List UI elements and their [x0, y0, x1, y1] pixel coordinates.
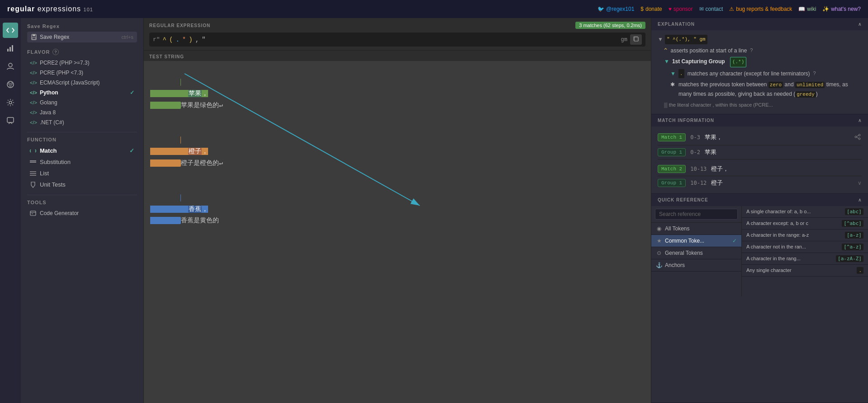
match-2-value: 橙子，	[711, 165, 729, 173]
regex-suffix-comma: ,	[195, 36, 199, 43]
icon-bar	[0, 18, 21, 403]
function-match-label: Match	[40, 147, 57, 154]
qr-cat-all[interactable]: ◉ All Tokens	[651, 223, 741, 235]
regex-caret-char: ^	[163, 36, 166, 43]
qr-entry-2-token: [a-z]	[845, 232, 863, 239]
qr-cat-anchors[interactable]: ⚓ Anchors	[651, 259, 741, 272]
group-1-2-value: 橙子	[711, 179, 723, 187]
save-share-label: Save Regex	[27, 23, 60, 29]
svg-line-27	[857, 136, 859, 136]
function-substitution[interactable]: Substitution	[27, 156, 137, 168]
flavor-info-icon[interactable]: ?	[52, 49, 59, 55]
flavor-python[interactable]: </> Python ✓	[27, 88, 137, 98]
regex-paren-close: )	[189, 36, 192, 43]
code-bracket-icon-7: </>	[30, 120, 37, 125]
function-label: FUNCTION	[27, 137, 57, 142]
match-1-value: 苹果，	[705, 133, 722, 141]
flavor-java[interactable]: </> Java 8	[27, 108, 137, 117]
flavor-pcre2[interactable]: </> PCRE2 (PHP >=7.3)	[27, 58, 137, 68]
substitution-icon	[30, 159, 36, 165]
qr-entry-0-desc: A single character of: a, b o...	[746, 209, 811, 214]
donate-link[interactable]: $ donate	[640, 6, 662, 12]
test-line-3: 香蕉， 香蕉是黄色的	[150, 181, 645, 238]
flavor-python-label: Python	[40, 89, 58, 96]
qr-cat-common-check: ✓	[732, 238, 737, 244]
qr-cat-general-label: General Tokens	[665, 250, 703, 256]
settings-icon-btn[interactable]	[3, 95, 18, 110]
contact-link[interactable]: ✉ contact	[699, 6, 723, 12]
flavor-golang-label: Golang	[40, 99, 57, 106]
user-icon-btn[interactable]	[3, 59, 18, 74]
qr-entry-5[interactable]: Any single character .	[742, 265, 868, 276]
community-icon-btn[interactable]	[3, 77, 18, 92]
wiki-link[interactable]: 📖 wiki	[798, 6, 816, 12]
common-tokens-icon: ★	[656, 238, 662, 244]
exp-group-token: (.*)	[730, 57, 746, 67]
community-icon	[6, 80, 14, 89]
match-info-header[interactable]: MATCH INFORMATION ∧	[651, 114, 868, 127]
code-icon-btn[interactable]	[3, 23, 18, 38]
qr-entry-2[interactable]: A character in the range: a-z [a-z]	[742, 230, 868, 241]
exp-comma-desc: ▒ the literal character , within this sp…	[664, 101, 773, 109]
qr-cat-general[interactable]: ⊙ General Tokens	[651, 247, 741, 259]
exp-line-star: ✱ matches the previous token between zer…	[658, 79, 862, 99]
code-icon	[6, 26, 14, 34]
exp-line-group: ▼ 1st Capturing Group (.*)	[658, 56, 862, 68]
regex-input-row[interactable]: r" ^ ( . * ) , " gm	[149, 33, 645, 47]
exp-expand-icon: ▼	[658, 35, 663, 44]
user-icon	[6, 62, 14, 70]
settings-icon	[6, 98, 14, 107]
qr-entry-3[interactable]: A character not in the ran... [^a-z]	[742, 241, 868, 253]
flavor-pcre[interactable]: </> PCRE (PHP <7.3)	[27, 68, 137, 78]
stats-icon-btn[interactable]	[3, 41, 18, 56]
flavor-dotnet[interactable]: </> .NET (C#)	[27, 117, 137, 127]
sponsor-link[interactable]: ♥ sponsor	[669, 6, 693, 12]
quick-reference-content: ◉ All Tokens ★ Common Toke... ✓ ⊙ Genera…	[651, 206, 868, 296]
twitter-link[interactable]: 🐦 @regex101	[598, 6, 634, 12]
match-1-share-button[interactable]	[854, 133, 862, 142]
function-tools-divider	[27, 195, 137, 195]
function-match-check: ✓	[129, 147, 134, 154]
stats-icon	[6, 44, 14, 52]
topnav-links: 🐦 @regex101 $ donate ♥ sponsor ✉ contact…	[598, 6, 861, 12]
new-link[interactable]: ✨ what's new?	[822, 6, 861, 12]
quick-reference-section: QUICK REFERENCE ∧ ◉ All Tokens ★ Common …	[651, 194, 868, 403]
qr-cat-common[interactable]: ★ Common Toke... ✓	[651, 235, 741, 247]
qr-search-input[interactable]	[655, 209, 738, 220]
function-list[interactable]: List	[27, 168, 137, 179]
contact-icon: ✉	[699, 6, 704, 12]
match-row-group-1-2: Group 1 10-12 橙子 ∨	[658, 176, 862, 190]
save-regex-label: Save Regex	[40, 34, 69, 40]
test-string-area[interactable]: 苹果， 苹果是绿色的↵ 橙子， 橙子是橙色的↵ 香蕉， 香蕉是黄色的	[144, 61, 651, 403]
test-line-1: 苹果， 苹果是绿色的↵	[150, 66, 645, 122]
regex-flags: gm	[621, 37, 627, 43]
qr-entry-4[interactable]: A character in the rang... [a-zA-Z]	[742, 253, 868, 265]
function-match[interactable]: Match ✓	[27, 145, 137, 156]
exp-dot-desc: matches any character (except for line t…	[686, 69, 810, 78]
feedback-icon-btn[interactable]	[3, 113, 18, 128]
group-1-1-value: 苹果	[705, 148, 716, 156]
svg-point-24	[859, 134, 860, 136]
flavor-ecmascript[interactable]: </> ECMAScript (JavaScript)	[27, 78, 137, 88]
flavor-dotnet-label: .NET (C#)	[40, 119, 64, 126]
list-icon	[30, 170, 36, 177]
qr-entry-1[interactable]: A character except: a, b or c [^abc]	[742, 218, 868, 230]
group-1-2-range: 10-12	[690, 180, 707, 186]
function-list-label: List	[40, 170, 49, 177]
bug-link[interactable]: ⚠ bug reports & feedback	[729, 6, 792, 12]
svg-rect-0	[7, 49, 9, 52]
quick-reference-header[interactable]: QUICK REFERENCE ∧	[651, 194, 868, 206]
code-generator-item[interactable]: Code Generator	[27, 208, 137, 219]
explanation-header[interactable]: EXPLANATION ∧	[651, 18, 868, 30]
exp-caret-info-icon[interactable]: ?	[750, 46, 753, 55]
match-badge: 3 matches (62 steps, 0.2ms)	[575, 22, 645, 29]
function-unit-tests[interactable]: Unit Tests	[27, 179, 137, 190]
sponsor-label: sponsor	[674, 6, 693, 12]
qr-entry-0[interactable]: A single character of: a, b o... [abc]	[742, 206, 868, 218]
exp-dot-info-icon[interactable]: ?	[813, 69, 816, 78]
match-expand-chevron[interactable]: ∨	[858, 180, 862, 186]
qr-cat-anchors-label: Anchors	[665, 262, 685, 268]
regex-copy-button[interactable]	[630, 34, 642, 45]
flavor-golang[interactable]: </> Golang	[27, 98, 137, 108]
save-regex-button[interactable]: Save Regex ctrl+s	[27, 32, 137, 42]
